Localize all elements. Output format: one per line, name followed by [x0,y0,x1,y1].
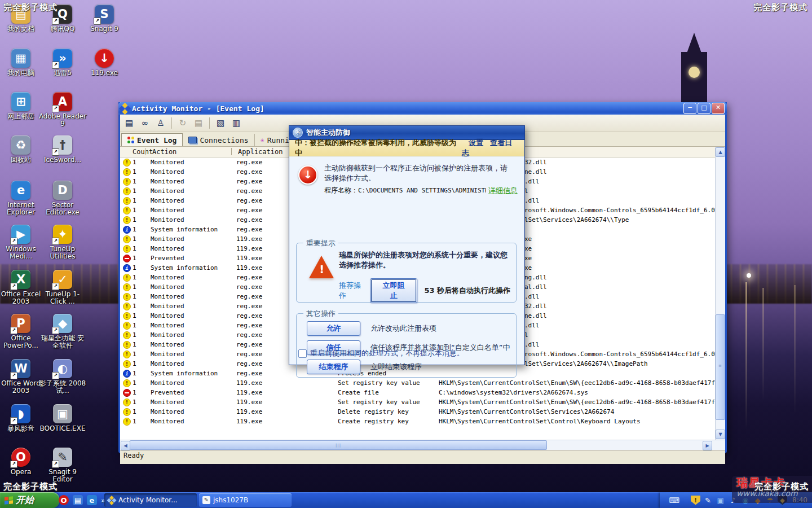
recommended-action-label: 推荐操作 [339,281,363,301]
event-count: 1 [133,389,136,396]
information-icon: i [123,226,131,234]
desktop-shortcut[interactable]: ◆↗瑞星全功能 安全软件 [38,314,87,349]
ie-quicklaunch-icon[interactable]: e [87,495,97,505]
desktop-shortcut-label: 119.exe [80,69,129,77]
opera-quicklaunch-icon[interactable]: O [59,495,69,505]
desktop-shortcut[interactable]: ✦↗TuneUp Utilities [38,225,87,260]
maximize-button[interactable]: □ [698,103,710,114]
activity-monitor-app-icon [119,102,131,114]
event-action: Monitored [151,178,184,185]
snagit-icon: S↗ [95,5,114,24]
event-action: Monitored [151,187,184,195]
shortcut-arrow-icon: ↗ [52,238,59,245]
scroll-down-arrow[interactable]: ▼ [716,430,725,439]
column-header-action[interactable]: Action [152,148,176,156]
event-information: lSet\Services\2A662674\\Type [524,216,629,224]
shortcut-arrow-icon: ↗ [52,461,59,468]
other-action-row: 允许允许改动此注册表项 [307,321,510,336]
my-computer-icon: ▦ [11,49,30,68]
event-information: .dll [524,197,540,204]
column-header-count[interactable]: Count [133,148,153,156]
cascade-windows-icon[interactable]: ▧ [214,117,227,129]
settings-link[interactable]: 设置 [469,138,483,147]
remember-choice-checkbox[interactable] [298,349,307,358]
event-count: 1 [133,398,136,406]
desktop-shortcut[interactable]: ↓119.exe [80,49,129,77]
desktop-shortcut[interactable]: S↗Snagit 9 [80,5,129,33]
column-header-application[interactable]: Application [238,148,283,156]
close-button[interactable]: ✕ [712,103,725,114]
filter-icon[interactable]: ♙ [154,117,167,129]
alert-down-arrow-icon: ↓ [298,165,317,185]
event-row[interactable]: 1Prevented119.exeCreate fileC:\windows\s… [120,388,716,397]
taskbar-button[interactable]: Activity Monitor... [104,493,197,507]
event-information: .dll [524,322,540,329]
horizontal-scroll-thumb[interactable]: ||| [130,440,547,450]
properties-icon[interactable]: ▤ [122,117,136,129]
details-link[interactable]: 详细信息 [486,186,518,196]
taskbar-button[interactable]: ✎jshs1027B [199,493,292,507]
terminate-button[interactable]: 结束程序 [307,360,360,374]
allow-button[interactable]: 允许 [307,321,360,336]
tab-connections[interactable]: Connections [183,134,254,146]
event-information: 32.dll [524,303,547,310]
event-row[interactable]: !1Monitored119.exeSet registry key value… [120,378,716,388]
start-button[interactable]: 开始 [0,492,59,508]
event-information: xe [524,255,532,262]
desktop-shortcut[interactable]: ▣BOOTICE.EXE [38,404,87,432]
event-count: 1 [133,216,136,224]
column-divider[interactable] [145,148,146,155]
event-information: xe [524,245,532,252]
scroll-left-arrow[interactable]: ◀ [121,441,130,450]
tab-event-log[interactable]: Event Log [121,133,183,146]
internet-explorer-icon: e [11,181,30,200]
monitored-icon: ! [123,379,131,387]
desktop-shortcut[interactable]: ✎↗Snagit 9 Editor [38,448,87,483]
network-status-icon[interactable]: ▣ [716,496,725,505]
event-count: 1 [133,341,136,348]
event-information: HKLM\System\CurrentControlSet\Enum\SW\{e… [439,379,716,387]
pen-icon[interactable]: ✎ [703,496,713,505]
shortcut-arrow-icon: ↗ [94,17,101,25]
window-titlebar[interactable]: Activity Monitor - [Event Log] ─ □ ✕ [118,102,727,115]
event-action: System information [151,370,218,377]
desktop-shortcut[interactable]: DSector Editor.exe [38,181,87,216]
event-count: 1 [133,408,136,415]
event-row[interactable]: !1Monitored119.exeCreate registry keyHKL… [120,417,716,426]
event-action: Monitored [151,398,184,406]
block-now-button[interactable]: 立即阻止 [370,278,418,303]
horizontal-scrollbar[interactable]: ◀ ||| ▶ [120,440,725,450]
desktop-shortcut[interactable]: A↗Adobe Reader 9 [38,92,87,128]
desktop-shortcut[interactable]: †↗IceSword... [38,135,87,164]
warning-triangle-icon: ! [309,256,334,278]
monitored-icon: ! [123,216,131,224]
word-icon: W↗ [11,359,30,378]
scroll-right-arrow[interactable]: ▶ [703,441,712,450]
event-information: ng.dll [524,274,547,281]
language-keyboard-icon[interactable]: ⌨ [669,496,679,505]
monitored-icon: ! [123,293,131,301]
minimize-button[interactable]: ─ [683,103,696,114]
network-places-icon: ⊞ [11,92,30,111]
security-alert-shield-icon[interactable]: ! [691,496,700,505]
split-window-icon[interactable]: ▥ [230,117,243,129]
vertical-scroll-thumb[interactable]: ≡ [716,314,725,420]
show-desktop-icon[interactable]: ▤ [73,495,83,505]
event-action: Monitored [151,274,184,281]
event-row[interactable]: !1Monitored119.exeSet registry key value… [120,397,716,407]
event-application: reg.exe [236,168,262,176]
scroll-up-arrow[interactable]: ▲ [716,147,725,157]
event-information: HKLM\System\CurrentControlSet\Services\2… [439,408,614,415]
desktop-shortcut[interactable]: ◐↗影子系统 2008试... [38,359,87,395]
find-icon[interactable]: ∞ [138,117,152,129]
event-row[interactable]: !1Monitored119.exeDelete registry keyHKL… [120,407,716,417]
document-task-icon: ✎ [202,496,210,504]
monitored-icon: ! [123,303,131,310]
toolbar-divider [171,117,172,129]
column-divider[interactable] [231,148,232,155]
important-notice-title: 重要提示 [303,238,338,248]
desktop-shortcut[interactable]: ✓↗TuneUp 1-Click ... [38,270,87,305]
event-application: reg.exe [236,197,262,204]
event-information: xe [524,264,532,271]
vertical-scrollbar[interactable]: ▲ ≡ ▼ [715,147,725,440]
